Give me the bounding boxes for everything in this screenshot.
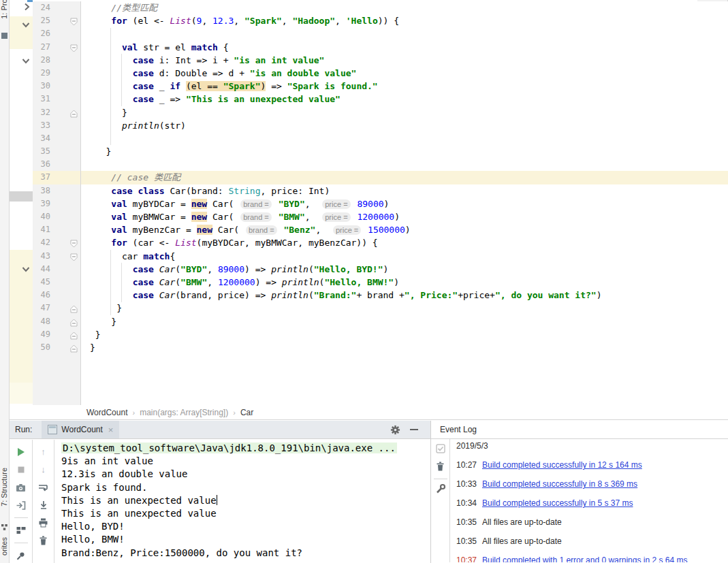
code-text[interactable]: car match{ xyxy=(81,250,728,263)
code-line[interactable]: 38 case class Car(brand: String, price: … xyxy=(33,184,728,197)
code-line[interactable]: 50} xyxy=(33,341,728,354)
fold-gutter[interactable] xyxy=(50,328,81,341)
code-editor[interactable]: 24 //类型匹配25 for (el <- List(9, 12.3, "Sp… xyxy=(33,0,728,405)
code-text[interactable]: for (car <- List(myBYDCar, myBMWCar, myB… xyxy=(81,236,728,249)
code-line[interactable]: 24 //类型匹配 xyxy=(33,1,728,14)
code-text[interactable] xyxy=(81,27,728,40)
soft-wrap-icon[interactable] xyxy=(38,482,49,493)
run-tab-wordcount[interactable]: WordCount × xyxy=(42,421,119,438)
wrench-icon[interactable] xyxy=(435,483,446,494)
code-text[interactable]: case _ => "This is an unexpected value" xyxy=(81,93,728,106)
code-line[interactable]: 33 println(str) xyxy=(33,119,728,132)
line-number[interactable]: 45 xyxy=(33,276,50,289)
editor-empty-area[interactable] xyxy=(33,354,728,405)
chevron-down-icon[interactable] xyxy=(21,264,31,274)
console-line[interactable]: This is an unexpected value xyxy=(61,507,430,520)
event-message-link[interactable]: Build completed successfully in 8 s 369 … xyxy=(482,479,637,489)
code-line[interactable]: 45 case Car("BMW", 1200000) => println("… xyxy=(33,276,728,289)
printer-icon[interactable] xyxy=(38,517,49,528)
console-line[interactable]: Hello, BYD! xyxy=(61,520,430,533)
code-text[interactable]: } xyxy=(81,106,728,119)
code-line[interactable]: 46 case Car(brand, price) => println("Br… xyxy=(33,289,728,302)
code-line[interactable]: 36 xyxy=(33,158,728,171)
code-text[interactable] xyxy=(81,132,728,145)
code-text[interactable]: case class Car(brand: String, price: Int… xyxy=(81,184,728,197)
breadcrumb-item-method[interactable]: main(args: Array[String]) xyxy=(140,408,228,417)
line-number[interactable]: 49 xyxy=(33,328,50,341)
console-line[interactable]: Spark is found. xyxy=(61,481,430,494)
line-number[interactable]: 43 xyxy=(33,250,50,263)
line-number[interactable]: 24 xyxy=(33,1,50,14)
event-message-link[interactable]: Build completed successfully in 5 s 37 m… xyxy=(482,498,633,508)
code-text[interactable]: } xyxy=(81,341,728,354)
fold-gutter[interactable] xyxy=(50,106,81,119)
code-text[interactable]: // case 类匹配 xyxy=(81,171,728,184)
code-text[interactable]: case d: Double => d + "is an double valu… xyxy=(81,67,728,80)
code-text[interactable] xyxy=(81,158,728,171)
exit-icon[interactable] xyxy=(16,500,27,511)
play-icon[interactable] xyxy=(16,447,27,457)
fold-gutter[interactable] xyxy=(50,315,81,328)
code-line[interactable]: 26 xyxy=(33,27,728,40)
code-text[interactable]: for (el <- List(9, 12.3, "Spark", "Hadoo… xyxy=(81,14,728,27)
fold-gutter[interactable] xyxy=(50,14,81,27)
line-number[interactable]: 39 xyxy=(33,197,50,210)
hide-panel-icon[interactable] xyxy=(410,429,418,430)
code-line[interactable]: 29 case d: Double => d + "is an double v… xyxy=(33,67,728,80)
code-line[interactable]: 47 } xyxy=(33,302,728,315)
code-line[interactable]: 40 val myBMWCar = new Car( brand = "BMW"… xyxy=(33,210,728,223)
console-line[interactable]: Brand:Benz, Price:1500000, do you want i… xyxy=(61,547,430,560)
checkbox-icon[interactable] xyxy=(435,443,446,454)
line-number[interactable]: 30 xyxy=(33,80,50,93)
code-line[interactable]: 42 for (car <- List(myBYDCar, myBMWCar, … xyxy=(33,236,728,249)
gear-icon[interactable] xyxy=(390,425,400,435)
code-line[interactable]: 44 case Car("BYD", 89000) => println("He… xyxy=(33,263,728,276)
event-message-link[interactable]: Build completed successfully in 12 s 164… xyxy=(482,460,642,470)
toolwindow-button-favorites[interactable]: orites xyxy=(0,537,8,556)
line-number[interactable]: 33 xyxy=(33,119,50,132)
code-text[interactable]: } xyxy=(81,302,728,315)
line-number[interactable]: 41 xyxy=(33,223,50,236)
line-number[interactable]: 48 xyxy=(33,315,50,328)
toolwindow-button-project[interactable]: 1: Proj xyxy=(0,0,8,19)
line-number[interactable]: 28 xyxy=(33,54,50,67)
breadcrumb-item-element[interactable]: Car xyxy=(240,408,253,417)
console-line[interactable]: Hello, BMW! xyxy=(61,533,430,546)
fold-gutter[interactable] xyxy=(50,341,81,354)
code-line[interactable]: 25 for (el <- List(9, 12.3, "Spark", "Ha… xyxy=(33,14,728,27)
stop-icon[interactable] xyxy=(16,464,27,475)
code-text[interactable]: //类型匹配 xyxy=(81,1,728,14)
code-line[interactable]: 31 case _ => "This is an unexpected valu… xyxy=(33,93,728,106)
line-number[interactable]: 37 xyxy=(33,171,50,184)
chevron-down-icon[interactable] xyxy=(21,56,31,65)
code-text[interactable]: } xyxy=(81,315,728,328)
close-icon[interactable]: × xyxy=(108,425,114,435)
code-text[interactable]: case i: Int => i + "is an int value" xyxy=(81,54,728,67)
code-line[interactable]: 48 } xyxy=(33,315,728,328)
line-number[interactable]: 50 xyxy=(33,341,50,354)
line-number[interactable]: 26 xyxy=(33,27,50,40)
fold-gutter[interactable] xyxy=(50,302,81,315)
code-text[interactable]: } xyxy=(81,145,728,158)
code-line[interactable]: 35 } xyxy=(33,145,728,158)
console-output[interactable]: D:\system_tool_software\Java\jdk1.8.0_19… xyxy=(54,440,430,563)
strip-selected-row[interactable] xyxy=(10,191,33,202)
line-number[interactable]: 44 xyxy=(33,263,50,276)
code-line[interactable]: 39 val myBYDCar = new Car( brand = "BYD"… xyxy=(33,197,728,210)
line-number[interactable]: 25 xyxy=(33,14,50,27)
trash-icon[interactable] xyxy=(435,461,446,472)
console-line[interactable]: 12.3is an double value xyxy=(61,468,430,481)
chevron-right-icon[interactable] xyxy=(22,2,31,12)
code-text[interactable]: } xyxy=(81,328,728,341)
code-line[interactable]: 30 case _ if (el == "Spark") => "Spark i… xyxy=(33,80,728,93)
code-text[interactable]: case Car("BMW", 1200000) => println("Hel… xyxy=(81,276,728,289)
toolwindow-button-structure[interactable]: 7: Structure xyxy=(0,468,8,506)
code-line[interactable]: 34 xyxy=(33,132,728,145)
line-number[interactable]: 32 xyxy=(33,106,50,119)
console-line[interactable]: 9is an int value xyxy=(61,455,430,468)
line-number[interactable]: 35 xyxy=(33,145,50,158)
line-number[interactable]: 29 xyxy=(33,67,50,80)
chevron-down-icon[interactable] xyxy=(21,20,31,29)
line-number[interactable]: 31 xyxy=(33,93,50,106)
line-number[interactable]: 47 xyxy=(33,302,50,315)
